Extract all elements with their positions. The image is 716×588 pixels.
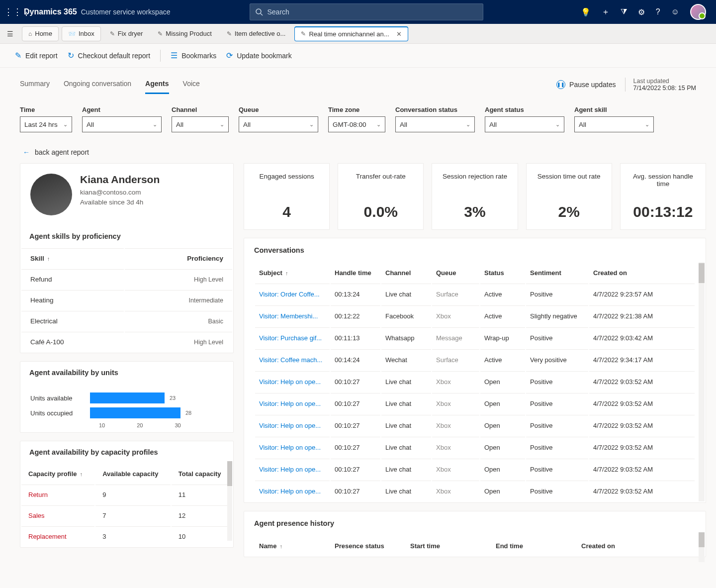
conversation-subject-link[interactable]: Visitor: Help on ope... (255, 415, 330, 436)
capacity-profile-link[interactable]: Replacement (21, 526, 94, 546)
edit-icon: ✎ (301, 30, 306, 37)
col-presence-status[interactable]: Presence status (331, 536, 405, 556)
session-tab[interactable]: ✎Missing Product (152, 26, 217, 41)
edit-report-button[interactable]: ✎Edit report (15, 51, 58, 60)
tab-summary[interactable]: Summary (20, 75, 50, 94)
card-title: Conversations (244, 238, 706, 262)
scrollbar[interactable] (699, 532, 705, 562)
scrollbar[interactable] (699, 262, 705, 501)
tab-ongoing[interactable]: Ongoing conversation (64, 75, 131, 94)
cmd-label: Checkout default report (78, 52, 151, 60)
col-created-on[interactable]: Created on (577, 536, 695, 556)
chart-axis: 102030 (30, 422, 223, 428)
col-sentiment[interactable]: Sentiment (526, 263, 588, 283)
global-search-input[interactable]: Search (250, 3, 483, 20)
filter-conversation-status-select[interactable]: All⌄ (395, 116, 475, 132)
capacity-profile-header[interactable]: Capacity profile↑ (21, 464, 94, 484)
checkout-report-button[interactable]: ↻Checkout default report (68, 51, 151, 60)
available-capacity-header[interactable]: Available capacity (95, 464, 171, 484)
proficiency-header[interactable]: Proficiency (125, 248, 232, 268)
skill-header[interactable]: Skill↑ (21, 248, 124, 268)
session-tab[interactable]: ✎Fix dryer (104, 26, 149, 41)
created-on: 4/7/2022 9:23:57 AM (589, 284, 695, 304)
col-start-time[interactable]: Start time (406, 536, 491, 556)
handle-time: 00:13:24 (331, 284, 380, 304)
session-tab[interactable]: 📨Inbox (62, 26, 101, 41)
session-tab[interactable]: ✎Item defective o... (221, 26, 292, 41)
col-created[interactable]: Created on (589, 263, 695, 283)
conversation-subject-link[interactable]: Visitor: Help on ope... (255, 459, 330, 480)
divider (160, 50, 161, 62)
table-row: Visitor: Order Coffe...00:13:24Live chat… (255, 284, 695, 304)
queue: Xbox (432, 415, 479, 436)
conversation-subject-link[interactable]: Visitor: Help on ope... (255, 437, 330, 458)
conversation-subject-link[interactable]: Visitor: Membershi... (255, 305, 330, 326)
pause-updates-button[interactable]: ❚❚ Pause updates (556, 80, 616, 89)
user-avatar[interactable] (690, 4, 706, 20)
status: Open (480, 415, 525, 436)
queue: Xbox (432, 459, 479, 480)
filter-agent-skill-select[interactable]: All⌄ (574, 116, 654, 132)
conversation-subject-link[interactable]: Visitor: Help on ope... (255, 393, 330, 414)
tab-voice[interactable]: Voice (183, 75, 200, 94)
report-tabs-row: Summary Ongoing conversation Agents Voic… (0, 68, 716, 94)
filter-queue-select[interactable]: All⌄ (239, 116, 318, 132)
agent-photo (30, 174, 72, 215)
filter-icon[interactable]: ⧩ (621, 7, 627, 16)
queue: Xbox (432, 393, 479, 414)
nav-toggle-icon[interactable]: ☰ (4, 30, 16, 38)
back-link[interactable]: ← back agent report (0, 136, 716, 163)
skill-proficiency: Basic (125, 311, 232, 331)
table-row: Visitor: Membershi...00:12:22FacebookXbo… (255, 305, 695, 326)
chevron-down-icon: ⌄ (153, 121, 157, 128)
created-on: 4/7/2022 9:03:52 AM (589, 415, 695, 436)
filter-agent-select[interactable]: All⌄ (82, 116, 162, 132)
col-channel[interactable]: Channel (381, 263, 431, 283)
add-icon[interactable]: ＋ (602, 7, 610, 17)
total-capacity-header[interactable]: Total capacity (172, 464, 232, 484)
help-icon[interactable]: ? (656, 7, 660, 16)
sentiment: Positive (526, 415, 588, 436)
update-bookmark-button[interactable]: ⟳Update bookmark (226, 51, 292, 60)
settings-icon[interactable]: ⚙ (638, 7, 645, 17)
col-end-time[interactable]: End time (492, 536, 576, 556)
session-tab[interactable]: ✎Real time omnichannel an...✕ (294, 26, 408, 41)
filter-label: Queue (239, 106, 318, 113)
conversation-subject-link[interactable]: Visitor: Purchase gif... (255, 327, 330, 348)
col-name[interactable]: Name↑ (255, 536, 330, 556)
close-icon[interactable]: ✕ (396, 30, 402, 38)
tab-agents[interactable]: Agents (145, 75, 169, 94)
capacity-profile-link[interactable]: Return (21, 485, 94, 504)
col-status[interactable]: Status (480, 263, 525, 283)
conversation-subject-link[interactable]: Visitor: Help on ope... (255, 481, 330, 501)
created-on: 4/7/2022 9:03:52 AM (589, 459, 695, 480)
kpi-card: Engaged sessions4 (244, 163, 330, 230)
conversation-subject-link[interactable]: Visitor: Coffee mach... (255, 349, 330, 370)
filter-label: Time (20, 106, 72, 113)
filter-time-zone-select[interactable]: GMT-08:00⌄ (328, 116, 385, 132)
col-subject[interactable]: Subject↑ (255, 263, 330, 283)
total-capacity: 10 (172, 526, 232, 546)
agent-name: Kiana Anderson (80, 174, 160, 186)
bookmarks-button[interactable]: ☰Bookmarks (171, 51, 216, 60)
kpi-label: Avg. session handle time (627, 173, 699, 190)
filter-channel-select[interactable]: All⌄ (172, 116, 229, 132)
feedback-icon[interactable]: ☺ (671, 7, 679, 16)
chevron-down-icon: ⌄ (555, 121, 560, 128)
queue: Surface (432, 284, 479, 304)
kpi-card: Session rejection rate3% (432, 163, 518, 230)
conversation-subject-link[interactable]: Visitor: Order Coffe... (255, 284, 330, 304)
filter-time-select[interactable]: Last 24 hrs⌄ (20, 116, 72, 132)
scrollbar[interactable] (227, 461, 232, 541)
filter-agent-status-select[interactable]: All⌄ (485, 116, 564, 132)
app-launcher-icon[interactable]: ⋮⋮⋮ (4, 6, 24, 17)
lightbulb-icon[interactable]: 💡 (581, 7, 591, 17)
session-tab[interactable]: ⌂Home (22, 26, 59, 41)
col-handle-time[interactable]: Handle time (331, 263, 380, 283)
col-queue[interactable]: Queue (432, 263, 479, 283)
conversation-subject-link[interactable]: Visitor: Help on ope... (255, 371, 330, 392)
capacity-profile-link[interactable]: Sales (21, 505, 94, 525)
table-row: Visitor: Help on ope...00:10:27Live chat… (255, 481, 695, 501)
chevron-down-icon: ⌄ (645, 121, 649, 128)
search-placeholder: Search (267, 8, 289, 16)
